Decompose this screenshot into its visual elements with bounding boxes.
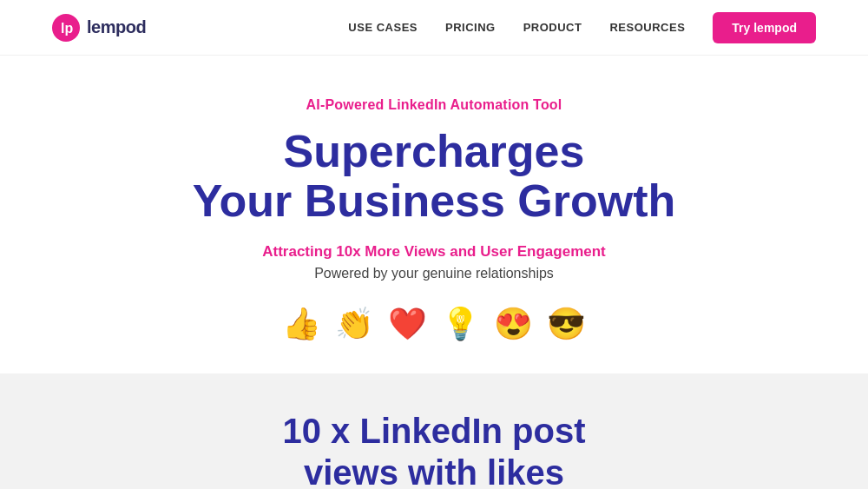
emoji-thumbsup: 👍 — [282, 306, 321, 342]
nav-link-product[interactable]: PRODUCT — [523, 21, 582, 34]
hero-subtitle: AI-Powered LinkedIn Automation Tool — [35, 97, 833, 113]
navbar: lp lempod USE CASES PRICING PRODUCT RESO… — [0, 0, 868, 56]
nav-link-use-cases[interactable]: USE CASES — [348, 21, 418, 34]
logo[interactable]: lp lempod — [52, 14, 146, 42]
hero-title: Supercharges Your Business Growth — [35, 127, 833, 226]
try-lempod-button[interactable]: Try lempod — [713, 12, 816, 43]
hero-description: Powered by your genuine relationships — [35, 266, 833, 281]
bottom-title-line2: views with likes — [35, 452, 833, 489]
bottom-title: 10 x LinkedIn post views with likes — [35, 410, 833, 489]
hero-section: AI-Powered LinkedIn Automation Tool Supe… — [0, 56, 868, 373]
bottom-section: 10 x LinkedIn post views with likes Util… — [0, 373, 868, 489]
hero-title-line1: Supercharges — [35, 127, 833, 176]
logo-text: lempod — [87, 17, 146, 37]
bottom-title-line1: 10 x LinkedIn post — [35, 410, 833, 452]
emoji-row: 👍 👏 ❤️ 💡 😍 😎 — [35, 306, 833, 342]
hero-title-line2: Your Business Growth — [35, 176, 833, 226]
hero-tagline: Attracting 10x More Views and User Engag… — [35, 243, 833, 261]
emoji-bulb: 💡 — [441, 306, 480, 342]
emoji-clap: 👏 — [335, 306, 374, 342]
nav-link-resources[interactable]: RESOURCES — [609, 21, 685, 34]
emoji-heart: ❤️ — [388, 306, 427, 342]
logo-icon: lp — [52, 14, 80, 42]
emoji-coolface: 😎 — [547, 306, 586, 342]
emoji-stareyeface: 😍 — [494, 306, 533, 342]
nav-links: USE CASES PRICING PRODUCT RESOURCES Try … — [348, 12, 816, 43]
nav-link-pricing[interactable]: PRICING — [445, 21, 496, 34]
svg-text:lp: lp — [61, 21, 73, 36]
